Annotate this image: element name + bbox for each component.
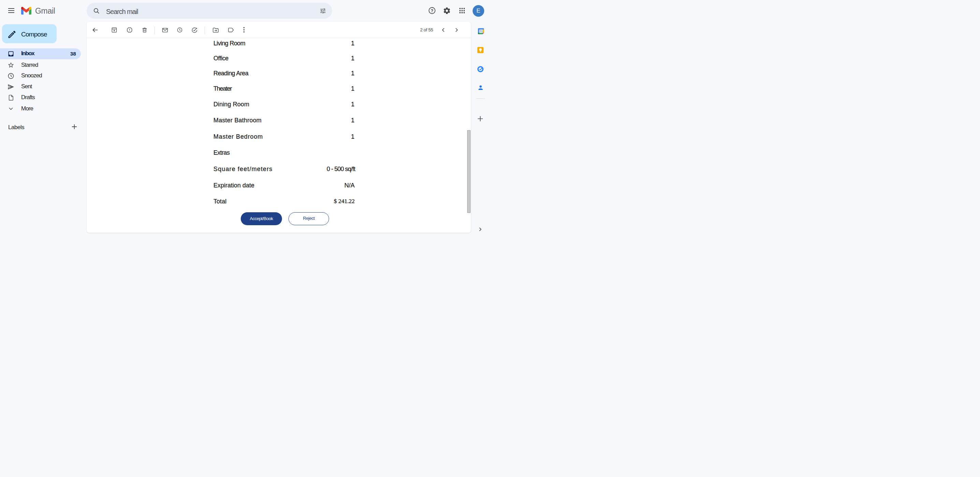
svg-text:?: ?: [431, 8, 433, 13]
svg-text:31: 31: [479, 30, 482, 33]
